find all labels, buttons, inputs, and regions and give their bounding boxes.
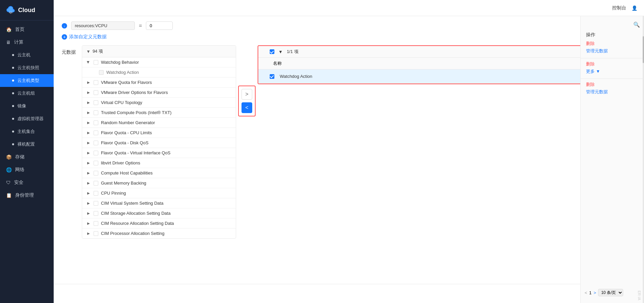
sidebar-item-vm-type[interactable]: 云主机类型 [0, 74, 54, 87]
list-checkbox[interactable] [94, 80, 98, 85]
sidebar-item-vm[interactable]: 云主机 [0, 49, 54, 61]
sidebar-item-vm-group[interactable]: 云主机组 [0, 87, 54, 100]
list-checkbox[interactable] [94, 211, 98, 216]
list-checkbox[interactable] [94, 171, 98, 175]
console-label: 控制台 [612, 5, 626, 11]
resource-key-input[interactable] [71, 21, 135, 30]
sidebar-item-label: 计算 [14, 39, 23, 45]
sidebar-item-host-agg[interactable]: 主机集合 [0, 125, 54, 138]
expand-icon[interactable]: ▶ [86, 201, 91, 206]
expand-icon[interactable]: ▶ [86, 131, 91, 135]
sidebar-item-compute[interactable]: 🖥 计算 [0, 36, 54, 49]
list-checkbox[interactable] [94, 221, 98, 226]
sidebar-item-label: 云主机快照 [17, 65, 39, 71]
sidebar-item-image[interactable]: 镜像 [0, 100, 54, 112]
watchdog-checkbox[interactable] [94, 60, 98, 65]
delete-link-3[interactable]: 删除 [586, 82, 639, 88]
list-checkbox[interactable] [94, 131, 98, 135]
bottom-bar: 取消 确定 [54, 284, 644, 303]
resource-row: i = [62, 21, 636, 30]
expand-icon[interactable]: ▶ [86, 80, 91, 85]
sidebar-item-security[interactable]: 🛡 安全 [0, 176, 54, 189]
list-checkbox[interactable] [94, 120, 98, 125]
expand-icon[interactable]: ▶ [86, 191, 91, 196]
expand-icon[interactable]: ▶ [86, 161, 91, 165]
sidebar-item-virt-mgr[interactable]: 虚拟机管理器 [0, 112, 54, 125]
expand-icon[interactable]: ▶ [86, 231, 91, 236]
expand-icon[interactable]: ▶ [86, 211, 91, 216]
divider-2 [581, 79, 644, 79]
sidebar-item-network[interactable]: 🌐 网络 [0, 163, 54, 176]
content-inner: i = + 添加自定义元数据 元数据 ▼ 94 项 [54, 16, 644, 303]
sidebar-item-label: 云主机类型 [17, 78, 39, 84]
add-custom-link[interactable]: + 添加自定义元数据 [62, 34, 636, 40]
select-all-checkbox[interactable] [270, 49, 274, 54]
list-item-label: Watchdog Action [106, 70, 139, 75]
sidebar-item-vm-snapshot[interactable]: 云主机快照 [0, 61, 54, 74]
list-checkbox[interactable] [94, 110, 98, 115]
list-item: ▶ Watchdog Behavior [82, 57, 236, 67]
list-item: ▶ CIM Virtual System Setting Data [82, 198, 236, 208]
sidebar-item-label: 虚拟机管理器 [17, 116, 44, 122]
delete-link-2[interactable]: 删除 [586, 61, 639, 67]
watermark: ER IA [637, 291, 641, 300]
expand-icon[interactable]: ▶ [86, 181, 91, 186]
expand-icon[interactable]: ▶ [86, 171, 91, 175]
list-item: ▶ Flavor Quota - Virtual Interface QoS [82, 148, 236, 158]
expand-icon[interactable]: ▶ [86, 100, 91, 105]
list-checkbox[interactable] [94, 100, 98, 105]
user-icon[interactable]: 👤 [632, 5, 637, 11]
expand-icon[interactable]: ▶ [86, 221, 91, 226]
sidebar-item-storage[interactable]: 📦 存储 [0, 151, 54, 163]
list-checkbox[interactable] [94, 201, 98, 206]
expand-icon[interactable]: ▶ [86, 60, 91, 65]
list-item: ▶ Trusted Compute Pools (Intel® TXT) [82, 108, 236, 118]
divider-1 [581, 58, 644, 58]
list-checkbox[interactable] [94, 181, 98, 186]
list-checkbox[interactable] [94, 90, 98, 95]
search-icon[interactable]: 🔍 [633, 21, 640, 28]
metadata-section: 元数据 ▼ 94 项 ▶ Watchdog Behavior [54, 45, 644, 284]
expand-icon[interactable]: ▶ [86, 110, 91, 115]
list-item: ▶ Flavor Quota - CPU Limits [82, 128, 236, 138]
expand-icon[interactable]: ▶ [86, 151, 91, 155]
expand-icon[interactable]: ▶ [86, 90, 91, 95]
list-item: ▶ CIM Storage Allocation Setting Data [82, 208, 236, 218]
cloud-icon [6, 5, 15, 15]
expand-icon[interactable]: ▶ [86, 141, 91, 145]
transfer-right-button[interactable]: > [241, 89, 252, 100]
scrollbar-thumb [643, 36, 644, 63]
delete-link-1[interactable]: 删除 [586, 41, 639, 47]
per-page-select[interactable]: 10 条/页 20 条/页 50 条/页 [598, 289, 623, 296]
prev-page-btn[interactable]: < [585, 290, 587, 295]
list-checkbox[interactable] [94, 141, 98, 145]
list-item-label: Watchdog Behavior [101, 60, 139, 65]
sidebar-item-identity[interactable]: 📋 身份管理 [0, 189, 54, 202]
list-checkbox[interactable] [94, 151, 98, 155]
manage-metadata-link-3[interactable]: 管理元数据 [586, 89, 639, 95]
scrollbar-track [643, 16, 644, 303]
more-link[interactable]: 更多 ▼ [586, 68, 639, 74]
security-icon: 🛡 [6, 180, 11, 185]
logo-text: Cloud [18, 7, 35, 14]
transfer-left-button[interactable]: < [241, 102, 252, 113]
col-name-header: 名称 [273, 60, 584, 66]
list-item-label: Virtual CPU Topology [101, 100, 142, 105]
next-page-btn[interactable]: > [594, 290, 596, 295]
page-number: 1 [589, 290, 592, 295]
sidebar-item-label: 主机集合 [17, 129, 35, 135]
resource-value-input[interactable] [146, 21, 173, 30]
dot-icon [12, 118, 14, 120]
list-checkbox[interactable] [94, 231, 98, 236]
manage-metadata-link-1[interactable]: 管理元数据 [586, 48, 639, 54]
list-checkbox[interactable] [94, 191, 98, 196]
expand-icon[interactable]: ▶ [86, 120, 91, 125]
list-item-label: CIM Storage Allocation Setting Data [101, 211, 170, 216]
list-checkbox[interactable] [94, 161, 98, 165]
storage-icon: 📦 [6, 154, 12, 160]
row-checkbox[interactable] [270, 74, 274, 79]
sidebar-item-home[interactable]: 🏠 首页 [0, 23, 54, 36]
network-icon: 🌐 [6, 167, 12, 172]
watchdog-action-checkbox[interactable] [99, 70, 104, 75]
sidebar-item-bare-metal[interactable]: 裸机配置 [0, 138, 54, 151]
